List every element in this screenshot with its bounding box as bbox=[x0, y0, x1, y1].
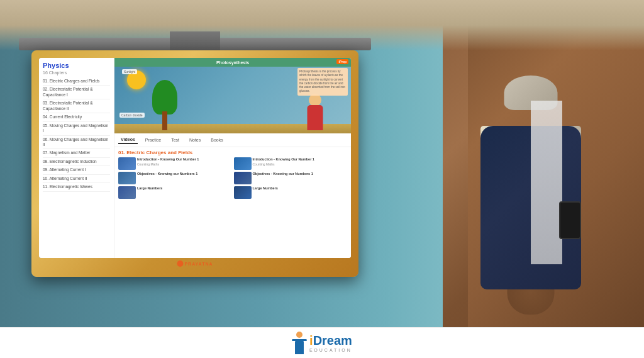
sunlight-label: Sunlight bbox=[122, 69, 137, 74]
video-info: Large Numbers bbox=[137, 186, 232, 191]
tab-books[interactable]: Books bbox=[208, 137, 225, 143]
video-thumbnail bbox=[118, 157, 136, 170]
video-title: Large Numbers bbox=[137, 186, 232, 191]
jacket-stripe bbox=[531, 101, 562, 264]
chapters-list: 01. Electric Charges and Fields02. Elect… bbox=[43, 77, 110, 192]
video-info: Large Numbers bbox=[253, 186, 348, 191]
content-tabs: Videos Practice Test Notes Books bbox=[114, 133, 351, 147]
chapter-item[interactable]: 05. Moving Charges and Magnetism I bbox=[43, 122, 110, 136]
video-title: Introduction - Knowing Our Number 1 bbox=[137, 157, 232, 162]
co2-label: Carbon dioxide bbox=[119, 113, 145, 118]
iprep-logo: iPrep bbox=[336, 59, 348, 64]
tab-test[interactable]: Test bbox=[169, 137, 182, 143]
chapter-item[interactable]: 02. Electrostatic Potential & Capacitanc… bbox=[43, 86, 110, 99]
video-thumbnail bbox=[118, 172, 136, 184]
section-header: 01. Electric Charges and Fields bbox=[118, 150, 347, 155]
tree-top bbox=[152, 80, 177, 115]
video-thumbnail bbox=[118, 186, 136, 199]
tv-screen: Physics 16 Chapters 01. Electric Charges… bbox=[39, 58, 351, 258]
chapter-item[interactable]: 08. Electromagnetic Induction bbox=[43, 158, 110, 166]
chapter-item[interactable]: 03. Electrostatic Potential & Capacitanc… bbox=[43, 99, 110, 113]
video-info: Introduction - Knowing Our Number 1 Coun… bbox=[253, 157, 348, 166]
chapter-item[interactable]: 06. Moving Charges and Magnetism II bbox=[43, 136, 110, 150]
char-body bbox=[307, 105, 323, 130]
chapter-item[interactable]: 07. Magnetism and Matter bbox=[43, 149, 110, 157]
person bbox=[455, 38, 606, 315]
description-box: Photosynthesis is the process by which t… bbox=[297, 68, 348, 96]
prayatna-icon bbox=[177, 260, 183, 267]
idream-logo-area: iDream EDUCATION bbox=[292, 332, 352, 354]
tab-videos[interactable]: Videos bbox=[118, 136, 138, 144]
figure-body bbox=[295, 340, 304, 354]
video-title: Introduction - Knowing Our Number 1 bbox=[253, 157, 348, 162]
background-photo: Physics 16 Chapters 01. Electric Charges… bbox=[0, 0, 644, 327]
app-sidebar: Physics 16 Chapters 01. Electric Charges… bbox=[39, 58, 114, 258]
photosynthesis-bar: Photosynthesis bbox=[114, 58, 351, 67]
chapter-item[interactable]: 04. Current Electricity bbox=[43, 113, 110, 121]
video-title: Large Numbers bbox=[253, 186, 348, 191]
video-info: Objectives - Knowing our Numbers 1 bbox=[253, 172, 348, 176]
tab-notes[interactable]: Notes bbox=[187, 137, 203, 143]
video-thumbnail bbox=[234, 186, 252, 199]
tab-practice[interactable]: Practice bbox=[143, 137, 164, 143]
video-item[interactable]: Large Numbers bbox=[234, 186, 348, 199]
video-item[interactable]: Objectives - Knowing our Numbers 1 bbox=[234, 172, 348, 184]
tree-trunk bbox=[162, 111, 167, 130]
idream-subtitle: EDUCATION bbox=[309, 348, 352, 352]
tree-graphic bbox=[152, 80, 177, 130]
main-container: Physics 16 Chapters 01. Electric Charges… bbox=[0, 0, 644, 358]
videos-section: 01. Electric Charges and Fields Introduc… bbox=[114, 147, 351, 258]
video-thumbnail bbox=[234, 157, 252, 170]
char-head bbox=[309, 94, 321, 106]
idream-brand-text: iDream bbox=[309, 333, 352, 348]
tv-bezel: Physics 16 Chapters 01. Electric Charges… bbox=[39, 58, 351, 258]
video-subtitle: Counting Maths bbox=[253, 162, 348, 166]
app-main-content: Photosynthesis iPrep Sunlight bbox=[114, 58, 351, 258]
bottom-logo-bar: iDream EDUCATION bbox=[0, 327, 644, 358]
idream-dream-text: Dream bbox=[313, 333, 352, 347]
chapters-count: 16 Chapters bbox=[43, 70, 110, 75]
video-item[interactable]: Introduction - Knowing Our Number 1 Coun… bbox=[118, 157, 232, 170]
content-illustration: Photosynthesis iPrep Sunlight bbox=[114, 58, 351, 133]
video-grid: Introduction - Knowing Our Number 1 Coun… bbox=[118, 157, 347, 199]
tv-stand-area: Physics 16 Chapters 01. Electric Charges… bbox=[19, 19, 371, 296]
video-title: Objectives - Knowing our Numbers 1 bbox=[137, 172, 232, 176]
chapter-item[interactable]: 11. Electromagnetic Waves bbox=[43, 183, 110, 191]
video-item[interactable]: Objectives - Knowing our Numbers 1 bbox=[118, 172, 232, 184]
idream-figure-icon bbox=[292, 332, 307, 354]
video-info: Objectives - Knowing our Numbers 1 bbox=[137, 172, 232, 176]
video-item[interactable]: Introduction - Knowing Our Number 1 Coun… bbox=[234, 157, 348, 170]
idream-text-area: iDream EDUCATION bbox=[309, 333, 352, 352]
chapter-item[interactable]: 10. Alternating Current II bbox=[43, 175, 110, 183]
phone-device bbox=[559, 201, 581, 239]
video-thumbnail bbox=[234, 172, 252, 184]
video-subtitle: Counting Maths bbox=[137, 162, 232, 166]
video-info: Introduction - Knowing Our Number 1 Coun… bbox=[137, 157, 232, 166]
chapter-item[interactable]: 09. Alternating Current I bbox=[43, 166, 110, 174]
video-title: Objectives - Knowing our Numbers 1 bbox=[253, 172, 348, 176]
photosynthesis-title: Photosynthesis bbox=[216, 60, 249, 65]
video-item[interactable]: Large Numbers bbox=[118, 186, 232, 199]
chapter-item[interactable]: 01. Electric Charges and Fields bbox=[43, 77, 110, 86]
tv-frame: Physics 16 Chapters 01. Electric Charges… bbox=[31, 50, 358, 277]
tv-brand-label: PRAYATNA bbox=[177, 260, 213, 267]
subject-title: Physics bbox=[43, 62, 110, 69]
figure-head bbox=[296, 332, 303, 338]
prayatna-text: PRAYATNA bbox=[184, 262, 213, 266]
person-body bbox=[474, 76, 587, 315]
